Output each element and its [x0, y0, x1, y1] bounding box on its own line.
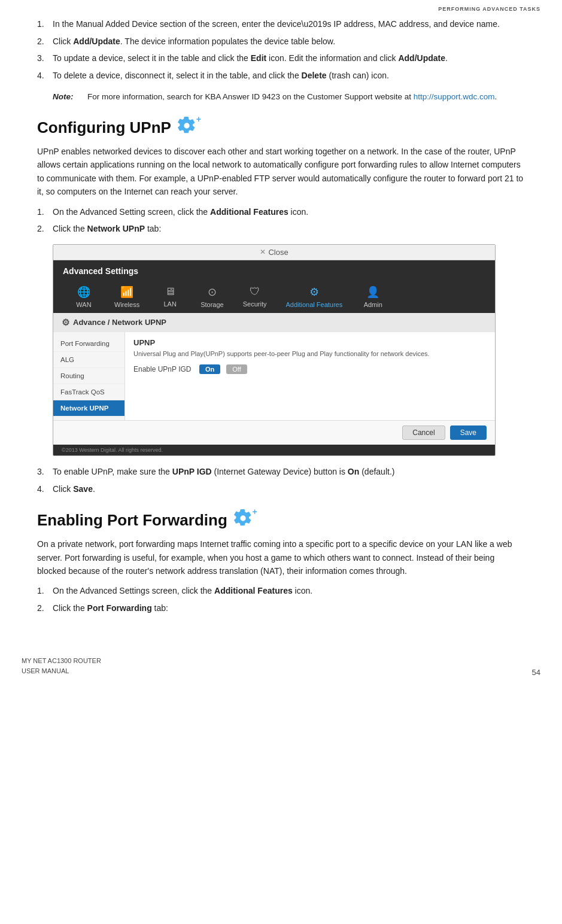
footer-line2: USER MANUAL: [22, 666, 101, 677]
section1-steps2: 3. To enable UPnP, make sure the UPnP IG…: [37, 466, 525, 496]
list-item: 3. To update a device, select it in the …: [37, 52, 525, 65]
cancel-button[interactable]: Cancel: [402, 425, 445, 440]
list-item: 1. In the Manual Added Device section of…: [37, 18, 525, 31]
sidebar-item-fastrack-qos[interactable]: FasTrack QoS: [53, 384, 124, 400]
sidebar-item-alg[interactable]: ALG: [53, 352, 124, 368]
section-gear-icon: ⚙: [62, 317, 69, 328]
note-link[interactable]: http://support.wdc.com: [414, 92, 495, 101]
close-button[interactable]: ✕ Close: [260, 248, 288, 257]
screenshot-title: Advanced Settings: [63, 266, 485, 276]
list-item: 1. On the Advanced Settings screen, clic…: [37, 585, 525, 598]
list-item: 4. To delete a device, disconnect it, se…: [37, 69, 525, 83]
upnp-field-label: Enable UPnP IGD: [133, 365, 193, 373]
ss-section-title: ⚙ Advance / Network UPNP: [53, 313, 495, 332]
note-block: Note: For more information, search for K…: [53, 91, 525, 103]
nav-item-lan[interactable]: 🖥 LAN: [149, 282, 191, 313]
upnp-label: UPNP: [133, 338, 487, 347]
lan-icon: 🖥: [165, 285, 175, 298]
section1-body: UPnP enables networked devices to discov…: [37, 145, 525, 199]
intro-list: 1. In the Manual Added Device section of…: [37, 18, 525, 83]
page-content: 1. In the Manual Added Device section of…: [0, 14, 562, 642]
list-item: 1. On the Advanced Setting screen, click…: [37, 206, 525, 219]
page-footer: MY NET AC1300 ROUTER USER MANUAL 54: [0, 651, 562, 682]
list-item: 4. Click Save.: [37, 483, 525, 496]
header-title: PERFORMING ADVANCED TASKS: [438, 6, 540, 12]
storage-icon: ⊙: [208, 285, 217, 299]
nav-item-wireless[interactable]: 📶 Wireless: [105, 282, 149, 313]
screenshot-box: ✕ Close Advanced Settings 🌐 WAN 📶 Wirele…: [53, 244, 496, 456]
ss-sidebar: Port Forwarding ALG Routing FasTrack QoS…: [53, 332, 125, 420]
footer-line1: MY NET AC1300 ROUTER: [22, 656, 101, 667]
nav-item-wan[interactable]: 🌐 WAN: [63, 282, 105, 313]
section1-title: Configuring UPnP: [37, 118, 171, 137]
nav-item-admin[interactable]: 👤 Admin: [352, 282, 394, 313]
admin-icon: 👤: [366, 285, 379, 299]
section2-title: Enabling Port Forwarding: [37, 511, 227, 530]
list-item: 2. Click Add/Update. The device informat…: [37, 35, 525, 48]
screenshot-nav: 🌐 WAN 📶 Wireless 🖥 LAN ⊙ Storage 🛡: [63, 282, 485, 313]
toggle-off-button[interactable]: Off: [226, 364, 247, 374]
security-icon: 🛡: [250, 285, 260, 298]
ss-footer: Cancel Save: [53, 420, 495, 445]
list-item: 3. To enable UPnP, make sure the UPnP IG…: [37, 466, 525, 479]
section1-heading: Configuring UPnP +: [37, 116, 525, 139]
upnp-field-row: Enable UPnP IGD On Off: [133, 364, 487, 374]
section2-body: On a private network, port forwarding ma…: [37, 537, 525, 578]
list-item: 2. Click the Port Forwarding tab:: [37, 602, 525, 615]
sidebar-item-routing[interactable]: Routing: [53, 368, 124, 384]
section2-heading: Enabling Port Forwarding +: [37, 509, 525, 531]
page-header: PERFORMING ADVANCED TASKS: [0, 0, 562, 14]
section1-steps: 1. On the Advanced Setting screen, click…: [37, 206, 525, 236]
nav-item-storage[interactable]: ⊙ Storage: [191, 282, 233, 313]
ss-sidebar-content: Port Forwarding ALG Routing FasTrack QoS…: [53, 332, 495, 420]
nav-item-security[interactable]: 🛡 Security: [233, 282, 277, 313]
ss-main-area: UPNP Universal Plug and Play(UPnP) suppo…: [125, 332, 495, 420]
additional-features-icon: ⚙: [309, 285, 319, 299]
list-item: 2. Click the Network UPnP tab:: [37, 223, 525, 236]
port-forwarding-icon: +: [233, 509, 256, 531]
save-button[interactable]: Save: [450, 425, 487, 440]
nav-item-additional-features[interactable]: ⚙ Additional Features: [276, 282, 352, 313]
wan-icon: 🌐: [77, 285, 90, 299]
wireless-icon: 📶: [120, 285, 133, 299]
footer-left: MY NET AC1300 ROUTER USER MANUAL: [22, 656, 101, 677]
upnp-desc: Universal Plug and Play(UPnP) supports p…: [133, 349, 487, 358]
screenshot-header: Advanced Settings 🌐 WAN 📶 Wireless 🖥 LAN…: [53, 260, 495, 313]
screenshot-titlebar: ✕ Close: [53, 245, 495, 260]
toggle-on-button[interactable]: On: [199, 364, 220, 374]
ss-copyright: ©2013 Western Digital. All rights reserv…: [53, 445, 495, 455]
sidebar-item-network-upnp[interactable]: Network UPNP: [53, 400, 124, 417]
section2-steps: 1. On the Advanced Settings screen, clic…: [37, 585, 525, 615]
sidebar-item-port-forwarding[interactable]: Port Forwarding: [53, 336, 124, 352]
upnp-icon: +: [177, 116, 200, 139]
page-number: 54: [532, 668, 540, 677]
